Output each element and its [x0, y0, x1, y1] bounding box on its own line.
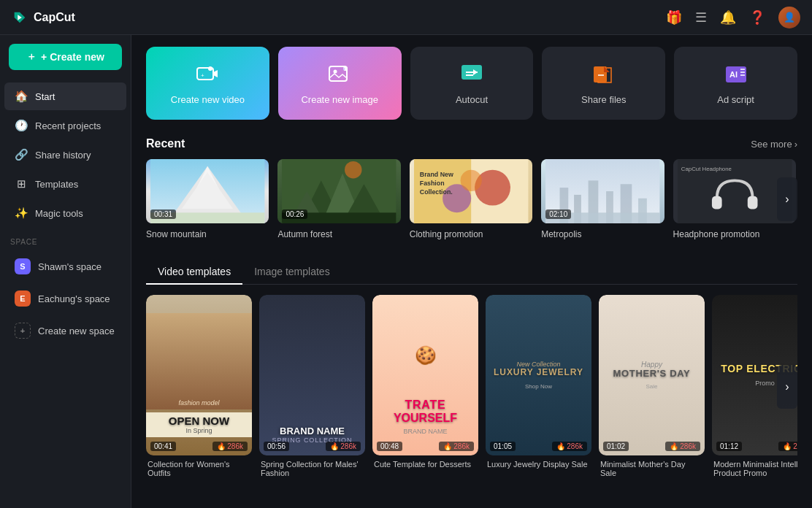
- app-name: CapCut: [34, 11, 75, 24]
- autocut-card[interactable]: Autocut: [410, 47, 534, 120]
- sidebar-item-shawn-space[interactable]: S Shawn's space: [4, 251, 126, 282]
- males-duration: 00:56: [264, 442, 289, 451]
- sidebar-item-history[interactable]: 🔗 Share history: [4, 141, 126, 169]
- mothers-likes: 🔥 286k: [665, 442, 700, 451]
- jewelry-overlay: 01:05 🔥 286k: [490, 442, 587, 451]
- shawn-space-dot: S: [15, 258, 31, 274]
- sidebar-label-history: Share history: [35, 150, 91, 161]
- womens-duration: 00:41: [150, 442, 176, 451]
- eachung-space-label: Eachung's space: [38, 293, 110, 304]
- sidebar-item-start[interactable]: 🏠 Start: [4, 82, 126, 110]
- template-scroll-right[interactable]: ›: [777, 365, 797, 409]
- recent-item-clothing[interactable]: Brand New Fashion Collection. Clothing p…: [410, 159, 532, 239]
- recent-section-title: Recent: [146, 137, 185, 150]
- headphone-label: Headphone promotion: [673, 229, 796, 239]
- share-files-card[interactable]: Share files: [542, 47, 665, 120]
- recent-row: 00:31 Snow mountain 00:26: [146, 159, 797, 239]
- recent-item-snow[interactable]: 00:31 Snow mountain: [146, 159, 269, 239]
- snow-label: Snow mountain: [146, 229, 269, 239]
- avatar-image: 👤: [784, 12, 795, 23]
- create-image-label: Create new image: [301, 94, 378, 105]
- sidebar-item-templates[interactable]: ⊞ Templates: [4, 170, 126, 198]
- recent-item-metro[interactable]: 02:10 Metropolis: [541, 159, 664, 239]
- tab-image-label: Image templates: [254, 266, 330, 277]
- svg-rect-40: [711, 196, 721, 209]
- svg-point-21: [345, 161, 361, 178]
- magic-icon: ✨: [15, 207, 28, 220]
- template-row: fashion model OPEN NOW In Spring 00:41 🔥…: [146, 295, 797, 479]
- list-icon[interactable]: ☰: [695, 9, 707, 26]
- sidebar-item-magic[interactable]: ✨ Magic tools: [4, 199, 126, 227]
- svg-text:Fashion: Fashion: [420, 180, 445, 187]
- svg-text:CapCut Headphone: CapCut Headphone: [681, 166, 731, 172]
- share-files-icon: [591, 62, 617, 88]
- create-space-label: Create new space: [38, 326, 115, 336]
- ad-script-label: Ad script: [717, 94, 754, 105]
- tab-image-templates[interactable]: Image templates: [242, 260, 342, 285]
- sidebar-label-magic: Magic tools: [35, 208, 83, 219]
- desserts-likes: 🔥 286k: [439, 442, 474, 451]
- template-item-womens[interactable]: fashion model OPEN NOW In Spring 00:41 🔥…: [146, 295, 252, 479]
- create-space-dot: +: [15, 323, 31, 339]
- sidebar-label-recent: Recent projects: [35, 120, 101, 131]
- jewelry-thumb: New Collection LUXURY JEWELRY Shop Now 0…: [486, 295, 591, 455]
- see-more-label: See more: [751, 139, 792, 150]
- svg-text:AI: AI: [729, 70, 738, 79]
- create-video-label: Create new video: [171, 94, 245, 105]
- logo-icon: [12, 9, 28, 26]
- tab-video-templates[interactable]: Video templates: [146, 260, 242, 285]
- gift-icon[interactable]: 🎁: [666, 9, 682, 26]
- jewelry-likes: 🔥 286k: [552, 442, 587, 451]
- see-more-button[interactable]: See more ›: [751, 139, 797, 150]
- main-content: + Create new video + Create new image: [131, 35, 812, 508]
- templates-icon: ⊞: [15, 177, 28, 190]
- template-item-jewelry[interactable]: New Collection LUXURY JEWELRY Shop Now 0…: [486, 295, 591, 479]
- avatar[interactable]: 👤: [778, 7, 800, 28]
- create-video-card[interactable]: + Create new video: [146, 47, 269, 120]
- womens-thumb: fashion model OPEN NOW In Spring 00:41 🔥…: [146, 295, 252, 455]
- jewelry-duration: 01:05: [490, 442, 516, 451]
- electrics-label: Modern Minimalist Intelligent Product Pr…: [712, 455, 797, 479]
- males-thumb: BRAND NAME SPRING COLLECTION 00:56 🔥 286…: [259, 295, 365, 455]
- recent-item-forest[interactable]: 00:26 Autumn forest: [277, 159, 400, 239]
- recent-scroll-right[interactable]: ›: [777, 177, 797, 221]
- svg-rect-41: [747, 196, 757, 209]
- recent-section-header: Recent See more ›: [146, 137, 797, 150]
- clothing-thumbnail: Brand New Fashion Collection.: [410, 159, 532, 223]
- header-icons: 🎁 ☰ 🔔 ❓ 👤: [666, 7, 800, 28]
- electrics-likes: 🔥 286k: [778, 442, 797, 451]
- jewelry-label: Luxury Jewelry Display Sale: [486, 455, 591, 470]
- create-image-card[interactable]: + Create new image: [278, 47, 402, 120]
- help-icon[interactable]: ❓: [749, 9, 765, 26]
- forest-thumbnail: 00:26: [277, 159, 400, 223]
- template-item-mothers[interactable]: Happy MOTHER'S DAY Sale 01:02 🔥 286k Min…: [599, 295, 705, 479]
- svg-text:+: +: [201, 72, 204, 79]
- sidebar-label-templates: Templates: [35, 179, 78, 190]
- forest-duration: 00:26: [282, 209, 307, 219]
- home-icon: 🏠: [15, 90, 28, 103]
- clock-icon: 🕐: [15, 119, 28, 132]
- ad-script-card[interactable]: AI Ad script: [674, 47, 797, 120]
- sidebar-item-create-space[interactable]: + Create new space: [4, 315, 126, 346]
- create-plus-icon: ＋: [26, 50, 37, 64]
- desserts-label: Cute Template for Desserts: [372, 455, 478, 470]
- mothers-thumb: Happy MOTHER'S DAY Sale 01:02 🔥 286k: [599, 295, 705, 455]
- autocut-icon: [459, 62, 485, 88]
- forest-label: Autumn forest: [277, 229, 400, 239]
- template-item-desserts[interactable]: 🍪 TRATE YOURSELF BRAND NAME 00:48 🔥 286k…: [372, 295, 478, 479]
- space-section-label: SPACE: [0, 228, 131, 250]
- share-history-icon: 🔗: [15, 148, 28, 161]
- create-new-button[interactable]: ＋ + Create new: [9, 44, 122, 70]
- desserts-duration: 00:48: [377, 442, 402, 451]
- sidebar-item-eachung-space[interactable]: E Eachung's space: [4, 283, 126, 314]
- electrics-duration: 01:12: [716, 442, 742, 451]
- clothing-thumb-svg: Brand New Fashion Collection.: [410, 159, 532, 223]
- womens-overlay: 00:41 🔥 286k: [150, 442, 248, 451]
- image-card-icon: +: [326, 62, 353, 88]
- mothers-overlay: 01:02 🔥 286k: [603, 442, 700, 451]
- sidebar-item-recent[interactable]: 🕐 Recent projects: [4, 112, 126, 139]
- logo[interactable]: CapCut: [12, 9, 75, 26]
- bell-icon[interactable]: 🔔: [720, 9, 736, 26]
- template-item-males[interactable]: BRAND NAME SPRING COLLECTION 00:56 🔥 286…: [259, 295, 365, 479]
- svg-marker-12: [172, 166, 243, 216]
